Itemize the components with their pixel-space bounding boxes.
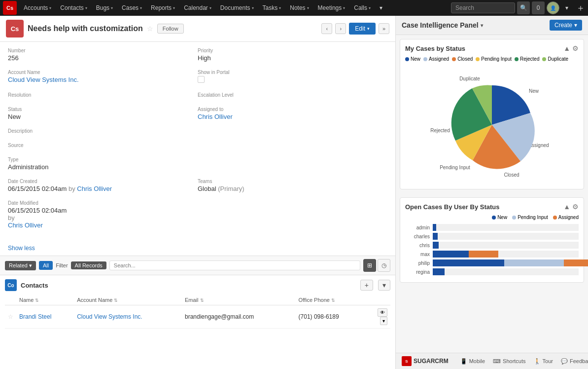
escalation-label: Escalation Level [198,92,387,98]
col-email[interactable]: Email ⇅ [182,295,296,305]
contact-account-cell[interactable]: Cloud View Systems Inc. [74,305,182,329]
reports-arrow-icon: ▾ [173,6,175,10]
date-created-by-link[interactable]: Chris Olliver [77,185,112,192]
bar-chart-row: regina [405,268,579,275]
nav-item-cases[interactable]: Cases ▾ [118,2,146,13]
my-cases-collapse-button[interactable]: ▲ [563,44,570,52]
related-search-input[interactable] [109,260,360,270]
open-cases-chart-card: Open Cases By User By Status ▲ ⚙ New Pen… [400,197,584,283]
bar-label: max [405,252,430,257]
nav-item-bugs[interactable]: Bugs ▾ [92,2,117,13]
nav-item-tasks[interactable]: Tasks ▾ [259,2,285,13]
tour-link[interactable]: 🚶Tour [534,358,553,365]
feedback-link[interactable]: 💬Feedback [561,358,588,365]
contact-phone-cell: (701) 098-6189 [296,305,366,329]
all-records-badge[interactable]: All Records [71,261,106,269]
my-cases-settings-button[interactable]: ⚙ [572,44,579,52]
col-account-name[interactable]: Account Name ⇅ [74,295,182,305]
priority-label: Priority [198,48,387,53]
previous-record-button[interactable]: ‹ [321,23,332,34]
col-office-phone[interactable]: Office Phone ⇅ [296,295,366,305]
nav-item-calendar[interactable]: Calendar ▾ [180,2,215,13]
row-action-button[interactable]: ▾ [380,317,387,325]
expand-button[interactable]: » [379,23,389,34]
bar-chart-row: chris [405,242,579,249]
account-sort-icon: ⇅ [114,298,118,303]
contacts-arrow-icon: ▾ [85,6,87,10]
teams-label: Teams [198,179,387,184]
nav-item-calls[interactable]: Calls ▾ [350,2,375,13]
account-name-label: Account Name [8,70,198,75]
record-icon: Cs [6,20,24,37]
avatar[interactable]: 👤 [547,1,559,14]
date-modified-value: 06/15/2015 02:04am by Chris Olliver [8,207,387,229]
bar-chart-row: max [405,251,579,258]
edit-button[interactable]: Edit ▾ [349,23,376,35]
open-cases-settings-button[interactable]: ⚙ [572,203,579,211]
my-cases-chart-card: My Cases by Status ▲ ⚙ New Assigned Clos… [400,39,584,189]
filter-label: Filter [56,262,68,268]
nav-more-button[interactable]: ▾ [376,2,386,13]
row-star-icon[interactable]: ☆ [8,313,13,320]
favorite-star-icon[interactable]: ☆ [147,25,153,33]
assigned-to-value[interactable]: Chris Olliver [198,113,387,120]
add-contact-button[interactable]: + [360,280,373,291]
create-arrow-icon: ▾ [574,22,577,29]
bar-label: chris [405,243,430,248]
bar-label: philip [405,260,430,266]
top-nav: Cs Accounts ▾ Contacts ▾ Bugs ▾ Cases ▾ … [0,0,588,16]
bar-chart-legend: New Pending Input Assigned [405,215,579,220]
bar-label: regina [405,269,430,275]
notification-button[interactable]: 0 [532,1,545,14]
search-button[interactable]: 🔍 [517,1,530,14]
related-dropdown-button[interactable]: Related ▾ [5,261,36,270]
nav-item-accounts[interactable]: Accounts ▾ [20,2,55,13]
accounts-arrow-icon: ▾ [49,6,51,10]
app-logo[interactable]: Cs [3,1,17,15]
open-cases-chart-title: Open Cases By User By Status [405,203,563,211]
contacts-section-icon: Co [5,279,17,291]
show-less-button[interactable]: Show less [0,243,395,256]
shortcuts-link[interactable]: ⌨Shortcuts [493,358,525,365]
nav-item-contacts[interactable]: Contacts ▾ [56,2,91,13]
nav-item-notes[interactable]: Notes ▾ [286,2,312,13]
intel-panel-arrow-icon[interactable]: ▾ [481,23,483,28]
all-button[interactable]: All [39,261,53,270]
number-label: Number [8,48,198,53]
row-view-button[interactable]: 👁 [378,308,387,317]
left-panel: Cs Needs help with customization ☆ Follo… [0,16,396,369]
bar-chart-row: charles [405,233,579,240]
contact-email-cell: brandiengage@gmail.com [182,305,296,329]
phone-sort-icon: ⇅ [331,298,335,303]
nav-item-reports[interactable]: Reports ▾ [147,2,179,13]
next-record-button[interactable]: › [335,23,346,34]
nav-item-documents[interactable]: Documents ▾ [216,2,258,13]
date-modified-by-link[interactable]: Chris Olliver [8,221,43,229]
mobile-link[interactable]: 📱Mobile [460,358,485,365]
clock-view-button[interactable]: ◷ [378,259,390,272]
number-value: 256 [8,54,198,62]
account-name-value[interactable]: Cloud View Systems Inc. [8,76,198,83]
grid-view-button[interactable]: ⊞ [363,259,376,272]
pie-chart: Duplicate New Assigned Closed Pending In… [405,66,579,184]
date-created-label: Date Created [8,179,198,184]
user-menu-arrow[interactable]: ▾ [561,2,572,13]
search-input[interactable] [451,2,515,13]
add-button[interactable]: ＋ [576,2,585,14]
svg-text:Closed: Closed [504,172,519,178]
open-cases-collapse-button[interactable]: ▲ [563,203,570,211]
create-button[interactable]: Create ▾ [550,20,582,31]
date-modified-label: Date Modified [8,200,387,206]
contact-name-cell[interactable]: Brandi Steel [16,305,74,329]
col-name[interactable]: Name ⇅ [16,295,74,305]
follow-button[interactable]: Follow [157,24,184,34]
type-value: Administration [8,163,387,171]
related-arrow-icon: ▾ [29,262,32,269]
assigned-to-label: Assigned to [198,107,387,112]
show-in-portal-checkbox[interactable] [198,76,205,83]
intel-panel-title: Case Intelligence Panel ▾ [402,21,550,29]
bottom-bar: S SUGARCRM 📱Mobile ⌨Shortcuts 🚶Tour 💬Fee… [396,353,588,369]
nav-item-meetings[interactable]: Meetings ▾ [314,2,349,13]
contacts-more-button[interactable]: ▾ [378,280,390,291]
email-sort-icon: ⇅ [200,298,204,303]
